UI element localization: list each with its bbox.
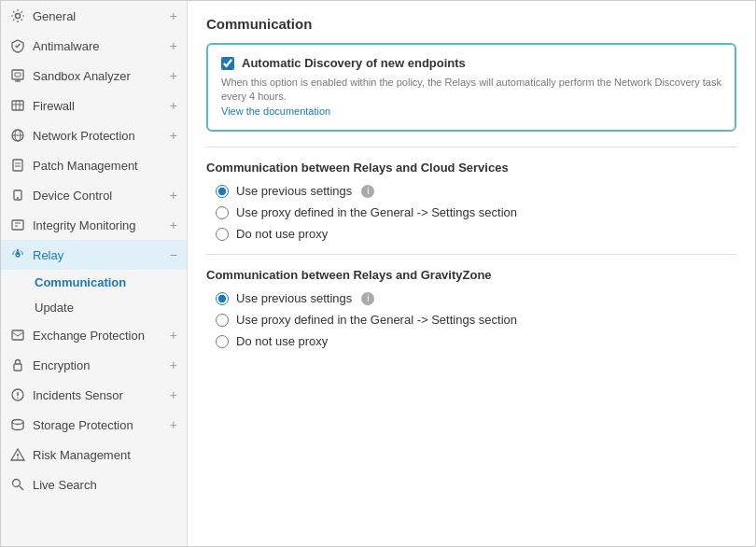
svg-point-26	[12, 420, 23, 425]
sidebar-item-live-search[interactable]: Live Search	[1, 470, 187, 499]
sidebar-item-general-label: General	[33, 9, 76, 23]
expand-icon: +	[170, 8, 177, 23]
divider-1	[206, 147, 736, 147]
firewall-icon	[10, 98, 25, 113]
main-content: Communication Automatic Discovery of new…	[188, 1, 755, 546]
relay-icon	[10, 247, 25, 262]
cloud-no-proxy-radio[interactable]	[216, 228, 229, 241]
grav-info-icon[interactable]: i	[361, 292, 374, 305]
expand-icon: +	[170, 128, 177, 143]
grav-no-proxy-label[interactable]: Do not use proxy	[236, 334, 328, 348]
cloud-proxy-label[interactable]: Use proxy defined in the General -> Sett…	[236, 205, 517, 219]
gravity-radio-group: Use previous settings i Use proxy define…	[216, 291, 736, 348]
page-title: Communication	[206, 16, 736, 32]
expand-icon: +	[170, 98, 177, 113]
auto-discovery-box: Automatic Discovery of new endpoints Whe…	[206, 43, 736, 132]
sidebar-item-integrity-monitoring[interactable]: Integrity Monitoring +	[1, 210, 187, 240]
cloud-section-title: Communication between Relays and Cloud S…	[206, 161, 736, 175]
svg-point-0	[16, 14, 21, 19]
sidebar-item-risk-management[interactable]: Risk Management	[1, 440, 187, 470]
svg-point-30	[13, 480, 21, 487]
collapse-icon: −	[170, 247, 177, 262]
sidebar-item-firewall[interactable]: Firewall +	[1, 91, 187, 120]
sidebar-item-exchange-label: Exchange Protection	[33, 329, 145, 343]
auto-discovery-checkbox[interactable]	[221, 57, 234, 70]
sidebar-item-encryption[interactable]: Encryption +	[1, 350, 187, 380]
sidebar-item-antimalware[interactable]: Antimalware +	[1, 31, 187, 61]
sidebar-item-exchange-protection[interactable]: Exchange Protection +	[1, 320, 187, 350]
sidebar-item-firewall-label: Firewall	[33, 99, 75, 113]
sidebar-item-sandbox-analyzer[interactable]: Sandbox Analyzer +	[1, 61, 187, 91]
incidents-icon	[10, 387, 25, 402]
sidebar-item-risk-label: Risk Management	[33, 448, 131, 462]
expand-icon: +	[170, 417, 177, 432]
sidebar-item-patch-label: Patch Management	[33, 159, 138, 173]
sidebar-item-relay-label: Relay	[33, 248, 63, 262]
auto-discovery-label[interactable]: Automatic Discovery of new endpoints	[242, 56, 466, 70]
grav-proxy-label[interactable]: Use proxy defined in the General -> Sett…	[236, 313, 517, 327]
sidebar-item-network-protection[interactable]: Network Protection +	[1, 120, 187, 150]
network-icon	[10, 128, 25, 143]
cloud-no-proxy-label[interactable]: Do not use proxy	[236, 227, 328, 241]
sidebar-subitem-communication[interactable]: Communication	[1, 270, 187, 295]
svg-rect-21	[12, 330, 23, 340]
cloud-proxy-radio[interactable]	[216, 206, 229, 219]
sandbox-icon	[10, 68, 25, 83]
antimalware-icon	[10, 38, 25, 53]
sidebar-item-network-label: Network Protection	[33, 129, 135, 143]
cloud-prev-radio[interactable]	[216, 185, 229, 198]
sidebar-item-livesearch-label: Live Search	[33, 478, 97, 492]
cloud-prev-label[interactable]: Use previous settings	[236, 184, 352, 198]
expand-icon: +	[170, 387, 177, 402]
sidebar-item-device-control[interactable]: Device Control +	[1, 180, 187, 210]
svg-rect-12	[13, 160, 22, 171]
grav-prev-label[interactable]: Use previous settings	[236, 291, 352, 305]
grav-no-proxy-radio[interactable]	[216, 335, 229, 348]
expand-icon: +	[170, 217, 177, 232]
sidebar: General + Antimalware + Sandbox Analyzer…	[1, 1, 188, 546]
expand-icon: +	[170, 358, 177, 372]
expand-icon: +	[170, 188, 177, 203]
sidebar-item-incidents-label: Incidents Sensor	[33, 388, 123, 402]
device-icon	[10, 188, 25, 203]
svg-point-25	[17, 397, 19, 399]
live-search-icon	[10, 477, 25, 492]
gear-icon	[10, 8, 25, 23]
svg-rect-5	[12, 101, 23, 110]
expand-icon: +	[170, 68, 177, 83]
auto-discovery-hint: When this option is enabled within the p…	[221, 76, 721, 119]
sidebar-item-antimalware-label: Antimalware	[33, 39, 100, 53]
integrity-icon	[10, 217, 25, 232]
storage-icon	[10, 417, 25, 432]
sidebar-item-incidents-sensor[interactable]: Incidents Sensor +	[1, 380, 187, 410]
svg-rect-1	[12, 70, 23, 79]
svg-rect-17	[12, 220, 23, 230]
svg-rect-22	[14, 364, 21, 371]
expand-icon: +	[170, 328, 177, 343]
sidebar-item-patch-management[interactable]: Patch Management	[1, 150, 187, 180]
sidebar-item-storage-label: Storage Protection	[33, 418, 133, 432]
sidebar-item-storage-protection[interactable]: Storage Protection +	[1, 410, 187, 440]
sidebar-item-sandbox-label: Sandbox Analyzer	[33, 69, 131, 83]
sidebar-item-relay[interactable]: Relay −	[1, 240, 187, 270]
svg-rect-2	[15, 73, 21, 77]
sidebar-item-integrity-label: Integrity Monitoring	[33, 218, 136, 232]
sidebar-subitem-update-label: Update	[35, 301, 74, 315]
svg-point-29	[17, 457, 19, 459]
sidebar-subitem-update[interactable]: Update	[1, 295, 187, 320]
sidebar-item-general[interactable]: General +	[1, 1, 187, 31]
sidebar-item-encryption-label: Encryption	[33, 358, 90, 372]
grav-prev-radio[interactable]	[216, 292, 229, 305]
lock-icon	[10, 358, 25, 372]
expand-icon: +	[170, 38, 177, 53]
patch-icon	[10, 158, 25, 173]
cloud-info-icon[interactable]: i	[361, 185, 374, 198]
cloud-radio-group: Use previous settings i Use proxy define…	[216, 184, 736, 241]
exchange-icon	[10, 328, 25, 343]
svg-line-31	[20, 486, 23, 490]
risk-icon	[10, 447, 25, 462]
view-documentation-link[interactable]: View the documentation	[221, 105, 330, 117]
gravity-section-title: Communication between Relays and Gravity…	[206, 268, 736, 282]
svg-point-16	[17, 197, 19, 199]
grav-proxy-radio[interactable]	[216, 314, 229, 327]
